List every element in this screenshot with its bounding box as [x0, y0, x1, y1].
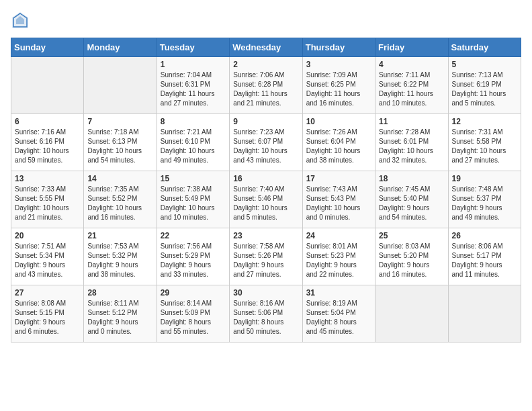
weekday-header-saturday: Saturday [448, 38, 521, 57]
day-info: Sunrise: 7:35 AM Sunset: 5:52 PM Dayligh… [87, 185, 152, 222]
calendar-cell [375, 285, 448, 342]
weekday-header-thursday: Thursday [302, 38, 375, 57]
day-info: Sunrise: 7:33 AM Sunset: 5:55 PM Dayligh… [15, 185, 80, 222]
day-number: 10 [306, 117, 371, 126]
calendar-cell: 10Sunrise: 7:26 AM Sunset: 6:04 PM Dayli… [302, 114, 375, 171]
day-number: 12 [452, 117, 517, 126]
day-info: Sunrise: 8:08 AM Sunset: 5:15 PM Dayligh… [15, 299, 80, 336]
calendar-week-1: 1Sunrise: 7:04 AM Sunset: 6:31 PM Daylig… [11, 57, 521, 114]
calendar-cell: 13Sunrise: 7:33 AM Sunset: 5:55 PM Dayli… [11, 171, 84, 228]
calendar-cell: 31Sunrise: 8:19 AM Sunset: 5:04 PM Dayli… [302, 285, 375, 342]
calendar-cell: 2Sunrise: 7:06 AM Sunset: 6:28 PM Daylig… [230, 57, 302, 114]
day-info: Sunrise: 7:38 AM Sunset: 5:49 PM Dayligh… [161, 185, 226, 222]
day-number: 25 [379, 231, 444, 240]
day-info: Sunrise: 7:48 AM Sunset: 5:37 PM Dayligh… [452, 185, 517, 222]
calendar-cell: 12Sunrise: 7:31 AM Sunset: 5:58 PM Dayli… [448, 114, 521, 171]
calendar-cell: 9Sunrise: 7:23 AM Sunset: 6:07 PM Daylig… [230, 114, 302, 171]
day-number: 5 [452, 60, 517, 69]
day-info: Sunrise: 7:18 AM Sunset: 6:13 PM Dayligh… [87, 128, 152, 165]
day-number: 2 [233, 60, 298, 69]
calendar-cell: 14Sunrise: 7:35 AM Sunset: 5:52 PM Dayli… [84, 171, 157, 228]
day-number: 24 [306, 231, 371, 240]
weekday-row: SundayMondayTuesdayWednesdayThursdayFrid… [11, 38, 521, 57]
day-number: 30 [233, 288, 298, 298]
calendar-week-4: 20Sunrise: 7:51 AM Sunset: 5:34 PM Dayli… [11, 228, 521, 285]
day-info: Sunrise: 7:31 AM Sunset: 5:58 PM Dayligh… [452, 128, 517, 165]
day-info: Sunrise: 7:26 AM Sunset: 6:04 PM Dayligh… [306, 128, 371, 165]
day-number: 28 [87, 288, 152, 298]
calendar-cell: 18Sunrise: 7:45 AM Sunset: 5:40 PM Dayli… [375, 171, 448, 228]
day-info: Sunrise: 7:40 AM Sunset: 5:46 PM Dayligh… [233, 185, 298, 222]
weekday-header-sunday: Sunday [11, 38, 84, 57]
calendar-cell: 17Sunrise: 7:43 AM Sunset: 5:43 PM Dayli… [302, 171, 375, 228]
day-number: 16 [233, 174, 298, 183]
calendar-cell: 20Sunrise: 7:51 AM Sunset: 5:34 PM Dayli… [11, 228, 84, 285]
calendar-table: SundayMondayTuesdayWednesdayThursdayFrid… [11, 38, 521, 342]
day-info: Sunrise: 7:56 AM Sunset: 5:29 PM Dayligh… [161, 242, 226, 279]
calendar-week-5: 27Sunrise: 8:08 AM Sunset: 5:15 PM Dayli… [11, 285, 521, 342]
weekday-header-monday: Monday [84, 38, 157, 57]
day-info: Sunrise: 7:16 AM Sunset: 6:16 PM Dayligh… [15, 128, 80, 165]
day-number: 20 [15, 231, 80, 240]
day-info: Sunrise: 7:13 AM Sunset: 6:19 PM Dayligh… [452, 71, 517, 108]
day-number: 18 [379, 174, 444, 183]
weekday-header-friday: Friday [375, 38, 448, 57]
page-header [11, 11, 521, 30]
weekday-header-tuesday: Tuesday [157, 38, 229, 57]
calendar-cell: 29Sunrise: 8:14 AM Sunset: 5:09 PM Dayli… [157, 285, 229, 342]
calendar-cell: 4Sunrise: 7:11 AM Sunset: 6:22 PM Daylig… [375, 57, 448, 114]
calendar-cell: 16Sunrise: 7:40 AM Sunset: 5:46 PM Dayli… [230, 171, 302, 228]
calendar-cell: 24Sunrise: 8:01 AM Sunset: 5:23 PM Dayli… [302, 228, 375, 285]
calendar-cell: 30Sunrise: 8:16 AM Sunset: 5:06 PM Dayli… [230, 285, 302, 342]
day-number: 31 [306, 288, 371, 298]
day-info: Sunrise: 7:09 AM Sunset: 6:25 PM Dayligh… [306, 71, 371, 108]
calendar-cell: 19Sunrise: 7:48 AM Sunset: 5:37 PM Dayli… [448, 171, 521, 228]
day-info: Sunrise: 8:06 AM Sunset: 5:17 PM Dayligh… [452, 242, 517, 279]
day-number: 29 [161, 288, 226, 298]
day-info: Sunrise: 7:21 AM Sunset: 6:10 PM Dayligh… [161, 128, 226, 165]
calendar-cell: 27Sunrise: 8:08 AM Sunset: 5:15 PM Dayli… [11, 285, 84, 342]
day-info: Sunrise: 8:03 AM Sunset: 5:20 PM Dayligh… [379, 242, 444, 279]
day-info: Sunrise: 7:04 AM Sunset: 6:31 PM Dayligh… [161, 71, 226, 108]
day-number: 4 [379, 60, 444, 69]
day-number: 13 [15, 174, 80, 183]
calendar-cell: 7Sunrise: 7:18 AM Sunset: 6:13 PM Daylig… [84, 114, 157, 171]
day-number: 14 [87, 174, 152, 183]
day-info: Sunrise: 8:14 AM Sunset: 5:09 PM Dayligh… [161, 299, 226, 336]
calendar-week-3: 13Sunrise: 7:33 AM Sunset: 5:55 PM Dayli… [11, 171, 521, 228]
calendar-header: SundayMondayTuesdayWednesdayThursdayFrid… [11, 38, 521, 57]
calendar-cell: 25Sunrise: 8:03 AM Sunset: 5:20 PM Dayli… [375, 228, 448, 285]
calendar-cell [11, 57, 84, 114]
day-number: 23 [233, 231, 298, 240]
calendar-body: 1Sunrise: 7:04 AM Sunset: 6:31 PM Daylig… [11, 57, 521, 342]
calendar-cell: 21Sunrise: 7:53 AM Sunset: 5:32 PM Dayli… [84, 228, 157, 285]
day-number: 22 [161, 231, 226, 240]
day-info: Sunrise: 7:28 AM Sunset: 6:01 PM Dayligh… [379, 128, 444, 165]
calendar-cell [448, 285, 521, 342]
calendar-cell: 11Sunrise: 7:28 AM Sunset: 6:01 PM Dayli… [375, 114, 448, 171]
day-number: 9 [233, 117, 298, 126]
day-number: 27 [15, 288, 80, 298]
calendar-cell: 1Sunrise: 7:04 AM Sunset: 6:31 PM Daylig… [157, 57, 229, 114]
day-info: Sunrise: 7:53 AM Sunset: 5:32 PM Dayligh… [87, 242, 152, 279]
day-info: Sunrise: 7:11 AM Sunset: 6:22 PM Dayligh… [379, 71, 444, 108]
calendar-cell: 26Sunrise: 8:06 AM Sunset: 5:17 PM Dayli… [448, 228, 521, 285]
day-info: Sunrise: 7:45 AM Sunset: 5:40 PM Dayligh… [379, 185, 444, 222]
logo [11, 11, 32, 30]
day-info: Sunrise: 8:01 AM Sunset: 5:23 PM Dayligh… [306, 242, 371, 279]
day-number: 17 [306, 174, 371, 183]
day-info: Sunrise: 7:51 AM Sunset: 5:34 PM Dayligh… [15, 242, 80, 279]
weekday-header-wednesday: Wednesday [230, 38, 302, 57]
day-number: 7 [87, 117, 152, 126]
calendar-cell: 28Sunrise: 8:11 AM Sunset: 5:12 PM Dayli… [84, 285, 157, 342]
day-number: 15 [161, 174, 226, 183]
day-info: Sunrise: 8:16 AM Sunset: 5:06 PM Dayligh… [233, 299, 298, 336]
calendar-cell: 22Sunrise: 7:56 AM Sunset: 5:29 PM Dayli… [157, 228, 229, 285]
day-number: 1 [161, 60, 226, 69]
day-number: 6 [15, 117, 80, 126]
calendar-cell: 5Sunrise: 7:13 AM Sunset: 6:19 PM Daylig… [448, 57, 521, 114]
calendar-cell: 6Sunrise: 7:16 AM Sunset: 6:16 PM Daylig… [11, 114, 84, 171]
logo-icon [11, 11, 30, 30]
calendar-cell: 8Sunrise: 7:21 AM Sunset: 6:10 PM Daylig… [157, 114, 229, 171]
day-info: Sunrise: 8:11 AM Sunset: 5:12 PM Dayligh… [87, 299, 152, 336]
